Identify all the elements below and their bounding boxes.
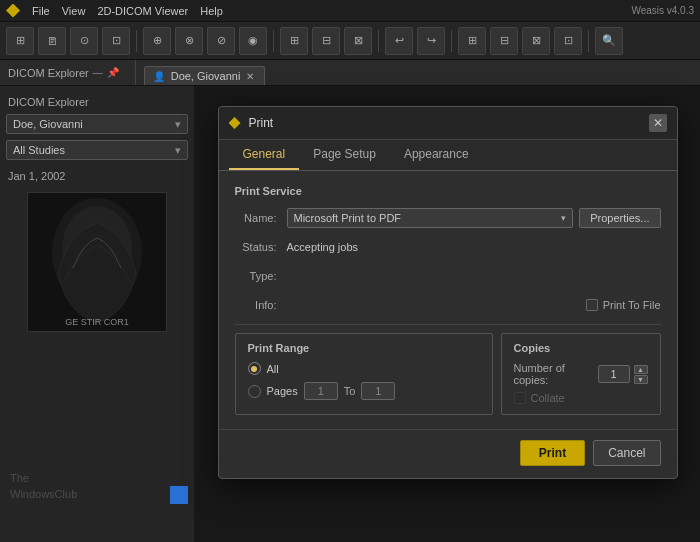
print-to-file-checkbox[interactable]	[586, 299, 598, 311]
toolbar-btn-16[interactable]: ⊠	[522, 27, 550, 55]
print-range-title: Print Range	[248, 342, 480, 354]
menu-bar: File View 2D-DICOM Viewer Help Weasis v4…	[0, 0, 700, 22]
print-to-file-wrapper: Print To File	[474, 299, 661, 311]
sidebar-collapse-icon[interactable]: —	[93, 67, 103, 78]
dicom-explorer-text: DICOM Explorer	[8, 67, 89, 79]
dialog-title-bar: Print ✕	[219, 107, 677, 140]
tab-close-btn[interactable]: ✕	[246, 71, 254, 82]
menu-file[interactable]: File	[32, 5, 50, 17]
pages-from-input[interactable]	[304, 382, 338, 400]
toolbar-sep-3	[378, 30, 379, 52]
copies-spinner: ▲ ▼	[634, 365, 648, 384]
sidebar: DICOM Explorer Doe, Giovanni ▾ All Studi…	[0, 86, 195, 542]
patient-dropdown[interactable]: Doe, Giovanni ▾	[6, 114, 188, 134]
to-label: To	[344, 385, 356, 397]
toolbar-btn-15[interactable]: ⊟	[490, 27, 518, 55]
tab-general[interactable]: General	[229, 140, 300, 170]
collate-label: Collate	[531, 392, 565, 404]
menu-view[interactable]: View	[62, 5, 86, 17]
name-label: Name:	[235, 212, 287, 224]
dicom-explorer-sidebar-title: DICOM Explorer	[6, 92, 188, 114]
toolbar-btn-7[interactable]: ⊘	[207, 27, 235, 55]
print-button[interactable]: Print	[520, 440, 585, 466]
pages-radio-row: Pages To	[248, 382, 480, 400]
collate-row: Collate	[514, 392, 648, 404]
print-range-box: Print Range All Pages	[235, 333, 493, 415]
toolbar-btn-18[interactable]: 🔍	[595, 27, 623, 55]
toolbar-btn-3[interactable]: ⊙	[70, 27, 98, 55]
toolbar-btn-17[interactable]: ⊡	[554, 27, 582, 55]
all-radio-label: All	[267, 363, 279, 375]
toolbar-btn-9[interactable]: ⊞	[280, 27, 308, 55]
dialog-footer: Print Cancel	[219, 429, 677, 478]
toolbar-btn-12[interactable]: ↩	[385, 27, 413, 55]
printer-name-dropdown[interactable]: Microsoft Print to PDF ▾	[287, 208, 574, 228]
toolbar-btn-5[interactable]: ⊕	[143, 27, 171, 55]
toolbar-btn-13[interactable]: ↪	[417, 27, 445, 55]
copies-num-row: Number of copies: ▲ ▼	[514, 362, 648, 386]
pages-to-input[interactable]	[361, 382, 395, 400]
toolbar-btn-14[interactable]: ⊞	[458, 27, 486, 55]
watermark-line1: The	[10, 471, 77, 486]
tab-appearance[interactable]: Appearance	[390, 140, 483, 170]
thumbnail-container: GE STIR COR1	[27, 192, 167, 332]
menu-help[interactable]: Help	[200, 5, 223, 17]
study-date: Jan 1, 2002	[6, 166, 188, 186]
status-row: Status: Accepting jobs	[235, 236, 661, 258]
tab-bar: DICOM Explorer — 📌 👤 Doe, Giovanni ✕	[0, 60, 700, 86]
toolbar-btn-6[interactable]: ⊗	[175, 27, 203, 55]
copies-number-input[interactable]	[598, 365, 630, 383]
toolbar-btn-11[interactable]: ⊠	[344, 27, 372, 55]
collate-checkbox	[514, 392, 526, 404]
copies-increment-btn[interactable]: ▲	[634, 365, 648, 374]
copies-decrement-btn[interactable]: ▼	[634, 375, 648, 384]
toolbar-sep-2	[273, 30, 274, 52]
cancel-button[interactable]: Cancel	[593, 440, 660, 466]
watermark: The WindowsClub	[10, 471, 77, 502]
pages-radio-label: Pages	[267, 385, 298, 397]
version-label: Weasis v4.0.3	[631, 5, 694, 16]
all-radio-button[interactable]	[248, 362, 261, 375]
tab-page-setup[interactable]: Page Setup	[299, 140, 390, 170]
name-controls: Microsoft Print to PDF ▾ Properties...	[287, 208, 661, 228]
toolbar-btn-2[interactable]: 🖹	[38, 27, 66, 55]
status-value: Accepting jobs	[287, 241, 661, 253]
copies-number-label: Number of copies:	[514, 362, 590, 386]
toolbar-btn-4[interactable]: ⊡	[102, 27, 130, 55]
dialog-title-text: Print	[249, 116, 641, 130]
all-radio-selected-dot	[251, 366, 257, 372]
patient-tab[interactable]: 👤 Doe, Giovanni ✕	[144, 66, 266, 85]
main-area: DICOM Explorer Doe, Giovanni ▾ All Studi…	[0, 86, 700, 542]
toolbar-sep-5	[588, 30, 589, 52]
patient-dropdown-value: Doe, Giovanni	[13, 118, 83, 130]
patient-tab-label: Doe, Giovanni	[171, 70, 241, 82]
toolbar-btn-1[interactable]: ⊞	[6, 27, 34, 55]
studies-dropdown-value: All Studies	[13, 144, 65, 156]
properties-button[interactable]: Properties...	[579, 208, 660, 228]
two-col-section: Print Range All Pages	[235, 333, 661, 415]
all-radio-row: All	[248, 362, 480, 375]
toolbar-btn-8[interactable]: ◉	[239, 27, 267, 55]
menu-dicom-viewer[interactable]: 2D-DICOM Viewer	[97, 5, 188, 17]
app-logo	[6, 4, 20, 18]
printer-dropdown-arrow-icon: ▾	[561, 213, 566, 223]
toolbar-sep-4	[451, 30, 452, 52]
print-to-file-row: Print To File	[586, 299, 661, 311]
toolbar-sep-1	[136, 30, 137, 52]
printer-name-value: Microsoft Print to PDF	[294, 212, 558, 224]
dialog-logo-icon	[229, 117, 241, 129]
pages-radio-button[interactable]	[248, 385, 261, 398]
toolbar-btn-10[interactable]: ⊟	[312, 27, 340, 55]
studies-dropdown-arrow: ▾	[175, 144, 181, 157]
dicom-thumbnail-image	[28, 193, 166, 331]
print-dialog: Print ✕ General Page Setup Appearance Pr…	[218, 106, 678, 479]
studies-dropdown[interactable]: All Studies ▾	[6, 140, 188, 160]
patient-icon: 👤	[153, 71, 165, 82]
info-label: Info:	[235, 299, 287, 311]
copies-box: Copies Number of copies: ▲ ▼	[501, 333, 661, 415]
dialog-overlay: Print ✕ General Page Setup Appearance Pr…	[195, 86, 700, 542]
sidebar-pin-icon[interactable]: 📌	[107, 67, 119, 78]
blue-square-icon	[170, 486, 188, 504]
dialog-close-button[interactable]: ✕	[649, 114, 667, 132]
thumbnail-label: GE STIR COR1	[28, 317, 166, 327]
